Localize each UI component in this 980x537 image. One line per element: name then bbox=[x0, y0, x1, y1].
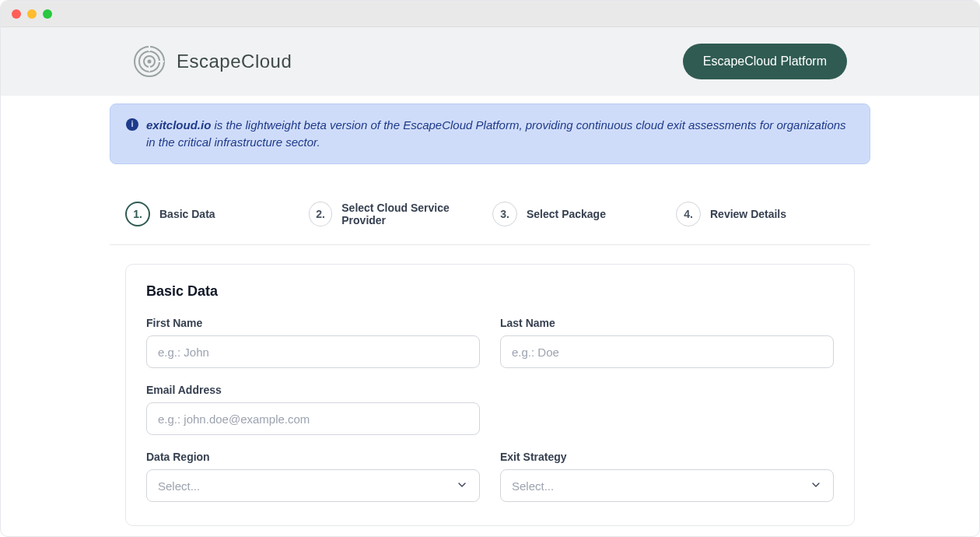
first-name-field-wrap: First Name bbox=[146, 317, 480, 368]
data-region-field-wrap: Data Region Select... bbox=[146, 451, 480, 502]
top-bar: EscapeCloud EscapeCloud Platform bbox=[1, 27, 979, 96]
stepper: 1. Basic Data 2. Select Cloud Service Pr… bbox=[110, 202, 870, 246]
info-text: exitcloud.io is the lightweight beta ver… bbox=[146, 117, 854, 151]
chevron-down-icon bbox=[456, 479, 468, 493]
labyrinth-icon bbox=[133, 45, 166, 78]
svg-point-3 bbox=[148, 60, 152, 64]
platform-button[interactable]: EscapeCloud Platform bbox=[683, 44, 847, 79]
last-name-field-wrap: Last Name bbox=[500, 317, 834, 368]
step-number: 3. bbox=[492, 202, 517, 226]
chevron-down-icon bbox=[810, 479, 822, 493]
window-titlebar bbox=[1, 1, 979, 27]
step-label: Select Package bbox=[527, 208, 606, 221]
brand-name: EscapeCloud bbox=[177, 51, 292, 72]
first-name-label: First Name bbox=[146, 317, 480, 329]
window-minimize-dot[interactable] bbox=[27, 9, 37, 19]
step-label: Review Details bbox=[710, 208, 786, 221]
card-title: Basic Data bbox=[146, 283, 834, 300]
data-region-select[interactable]: Select... bbox=[146, 469, 480, 502]
data-region-label: Data Region bbox=[146, 451, 480, 463]
exit-strategy-label: Exit Strategy bbox=[500, 451, 834, 463]
data-region-selected: Select... bbox=[158, 479, 200, 493]
info-banner: i exitcloud.io is the lightweight beta v… bbox=[110, 104, 870, 164]
info-text-prefix: exitcloud.io bbox=[146, 118, 211, 132]
step-number: 4. bbox=[676, 202, 701, 226]
exit-strategy-selected: Select... bbox=[512, 479, 554, 493]
info-text-rest: is the lightweight beta version of the E… bbox=[146, 118, 846, 149]
exit-strategy-select[interactable]: Select... bbox=[500, 469, 834, 502]
exit-strategy-field-wrap: Exit Strategy Select... bbox=[500, 451, 834, 502]
email-label: Email Address bbox=[146, 384, 480, 396]
svg-rect-6 bbox=[149, 66, 150, 72]
step-select-package[interactable]: 3. Select Package bbox=[492, 202, 671, 228]
window-zoom-dot[interactable] bbox=[43, 9, 52, 19]
first-name-input[interactable] bbox=[146, 335, 480, 368]
window-close-dot[interactable] bbox=[12, 9, 21, 19]
email-input[interactable] bbox=[146, 402, 480, 435]
last-name-label: Last Name bbox=[500, 317, 834, 329]
basic-data-card: Basic Data First Name Last Name Email Ad… bbox=[125, 264, 855, 526]
step-label: Basic Data bbox=[159, 208, 215, 221]
last-name-input[interactable] bbox=[500, 335, 834, 368]
step-label: Select Cloud Service Provider bbox=[341, 202, 488, 228]
step-number: 1. bbox=[125, 202, 150, 226]
svg-rect-5 bbox=[159, 61, 164, 62]
svg-rect-4 bbox=[149, 46, 150, 51]
step-select-provider[interactable]: 2. Select Cloud Service Provider bbox=[309, 202, 488, 228]
email-field-wrap: Email Address bbox=[146, 384, 480, 435]
step-basic-data[interactable]: 1. Basic Data bbox=[125, 202, 304, 228]
logo: EscapeCloud bbox=[133, 45, 292, 78]
info-icon: i bbox=[126, 118, 138, 131]
step-review-details[interactable]: 4. Review Details bbox=[676, 202, 855, 228]
step-number: 2. bbox=[309, 202, 332, 226]
